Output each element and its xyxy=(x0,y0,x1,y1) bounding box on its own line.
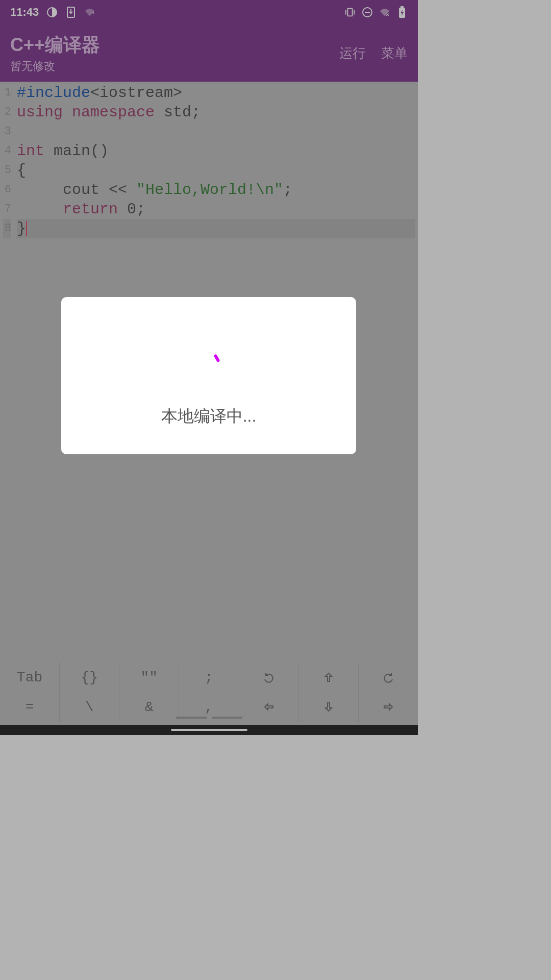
bottom-toolbar: Tab {} "" ; = \ & , xyxy=(0,663,418,725)
arrow-right-icon xyxy=(382,701,394,713)
run-button[interactable]: 运行 xyxy=(339,44,366,62)
gutter-line: 8 xyxy=(3,219,11,238)
status-time: 11:43 xyxy=(10,6,39,19)
gutter-line: 3 xyxy=(3,122,11,141)
status-left: 11:43 ? xyxy=(10,6,95,19)
gutter-line: 4 xyxy=(3,141,11,161)
tok-ident: std xyxy=(164,104,191,121)
key-backslash[interactable]: \ xyxy=(60,692,119,722)
key-left[interactable] xyxy=(239,692,299,722)
key-tab[interactable]: Tab xyxy=(0,663,60,692)
app-bar-actions: 运行 菜单 xyxy=(339,44,408,62)
vibrate-icon xyxy=(344,7,356,18)
modal-text: 本地编译中... xyxy=(161,405,257,428)
code-line: return 0; xyxy=(17,200,415,219)
undo-icon xyxy=(263,671,275,683)
key-redo[interactable] xyxy=(359,663,418,692)
wifi-question-icon: ? xyxy=(84,7,95,18)
key-undo[interactable] xyxy=(239,663,299,692)
code-content: 1 2 3 4 5 6 7 8 #include<iostream> using… xyxy=(0,82,418,240)
toolbar-row-1: Tab {} "" ; xyxy=(0,663,418,692)
nav-bar xyxy=(0,725,418,735)
arrow-up-icon xyxy=(322,671,335,683)
key-braces[interactable]: {} xyxy=(60,663,119,692)
spinner-icon xyxy=(188,324,229,364)
code-lines[interactable]: #include<iostream> using namespace std; … xyxy=(14,82,418,240)
nav-handle[interactable] xyxy=(171,729,247,731)
tok-header: <iostream> xyxy=(90,84,182,102)
tok-keyword: using xyxy=(17,104,63,121)
indent xyxy=(17,181,63,199)
menu-button[interactable]: 菜单 xyxy=(381,44,408,62)
tok-keyword: namespace xyxy=(72,104,155,121)
gutter-line: 2 xyxy=(3,103,11,122)
code-line-current: } xyxy=(17,219,415,238)
status-right xyxy=(344,7,408,18)
indicator-line xyxy=(176,717,207,719)
key-down[interactable] xyxy=(299,692,359,722)
tok-string: "Hello,World!\n" xyxy=(136,181,283,199)
tok-punct: ; xyxy=(283,181,292,199)
key-equals[interactable]: = xyxy=(0,692,60,722)
compile-modal: 本地编译中... xyxy=(61,297,356,454)
gutter-line: 1 xyxy=(3,83,11,103)
code-line xyxy=(17,122,415,141)
dnd-icon xyxy=(362,7,373,18)
tok-brace: { xyxy=(17,162,26,179)
tok-punct: ; xyxy=(136,201,145,218)
tok-brace: } xyxy=(17,220,27,237)
tok-number: 0 xyxy=(118,201,136,218)
redo-icon xyxy=(382,671,394,683)
code-line: using namespace std; xyxy=(17,103,415,122)
tok-punct: ; xyxy=(191,104,201,121)
tok-keyword: return xyxy=(63,201,118,218)
key-ampersand[interactable]: & xyxy=(119,692,179,722)
app-title: C++编译器 xyxy=(10,33,100,58)
page-indicator xyxy=(176,717,242,719)
app-bar: C++编译器 暂无修改 运行 菜单 xyxy=(0,24,418,82)
svg-rect-3 xyxy=(347,9,352,16)
indent xyxy=(17,201,63,218)
gutter-line: 5 xyxy=(3,161,11,180)
tok-type: int xyxy=(17,142,44,160)
app-bar-left: C++编译器 暂无修改 xyxy=(10,33,100,74)
gutter-line: 6 xyxy=(3,180,11,200)
key-semicolon[interactable]: ; xyxy=(179,663,239,692)
code-line: #include<iostream> xyxy=(17,83,415,103)
key-up[interactable] xyxy=(299,663,359,692)
gutter: 1 2 3 4 5 6 7 8 xyxy=(0,82,14,240)
svg-text:?: ? xyxy=(92,11,95,16)
circle-icon xyxy=(46,7,58,18)
arrow-left-icon xyxy=(263,701,275,713)
app-subtitle: 暂无修改 xyxy=(10,59,100,74)
arrow-down-icon xyxy=(322,701,335,713)
svg-rect-9 xyxy=(400,6,404,8)
status-bar: 11:43 ? xyxy=(0,0,418,24)
download-icon xyxy=(65,7,77,18)
code-line: cout << "Hello,World!\n"; xyxy=(17,180,415,200)
code-line: int main() xyxy=(17,141,415,161)
key-right[interactable] xyxy=(359,692,418,722)
battery-charging-icon xyxy=(396,7,408,18)
gutter-line: 7 xyxy=(3,200,11,219)
code-line: { xyxy=(17,161,415,180)
key-quotes[interactable]: "" xyxy=(119,663,179,692)
indicator-line xyxy=(212,717,242,719)
tok-ident: cout xyxy=(63,181,99,199)
tok-op: << xyxy=(99,181,136,199)
tok-preproc: #include xyxy=(17,84,90,102)
wifi-x-icon xyxy=(379,7,390,18)
tok-ident: main() xyxy=(54,142,109,160)
